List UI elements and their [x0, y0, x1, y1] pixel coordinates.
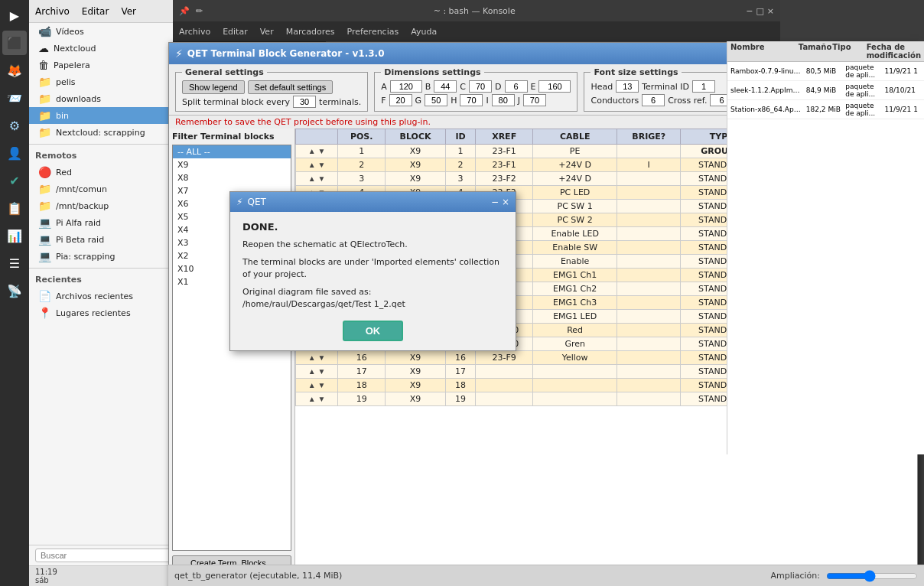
- konsole-minimize-btn[interactable]: −: [746, 6, 753, 16]
- split-value-input[interactable]: [293, 96, 316, 108]
- id-cell: 18: [445, 379, 475, 392]
- konsole-menu-editar[interactable]: Editar: [223, 27, 248, 37]
- move-up-btn[interactable]: ▲: [307, 353, 317, 362]
- konsole-menu-ayuda[interactable]: Ayuda: [411, 27, 437, 37]
- sidebar-item-videos[interactable]: 📹 Vídeos: [29, 23, 188, 40]
- move-cell[interactable]: ▲ ▼: [296, 351, 338, 365]
- move-down-btn[interactable]: ▼: [317, 367, 327, 376]
- move-down-btn[interactable]: ▼: [317, 381, 327, 389]
- move-cell[interactable]: ▲ ▼: [296, 379, 338, 392]
- filter-list-item[interactable]: X9: [173, 158, 291, 171]
- move-cell[interactable]: ▲ ▼: [296, 172, 338, 186]
- move-up-btn[interactable]: ▲: [307, 147, 317, 155]
- move-up-btn[interactable]: ▲: [307, 161, 317, 169]
- id-cell: 19: [445, 392, 475, 406]
- sidebar-item-lugares[interactable]: 📍 Lugares recientes: [29, 304, 188, 321]
- search-input[interactable]: [35, 549, 182, 562]
- conductors-input[interactable]: [642, 94, 665, 106]
- dim-a-input[interactable]: [390, 80, 422, 93]
- sidebar-item-nextcloud[interactable]: ☁ Nextcloud: [29, 40, 188, 57]
- konsole-maximize-btn[interactable]: □: [756, 6, 763, 16]
- move-up-btn[interactable]: ▲: [307, 395, 317, 403]
- konsole-menu-marcadores[interactable]: Marcadores: [286, 27, 335, 37]
- zoom-slider[interactable]: [826, 570, 918, 582]
- dim-d-input[interactable]: [505, 80, 528, 93]
- list-item[interactable]: sleek-1.1.2.AppImage 84,9 MiB paquete de…: [727, 81, 924, 100]
- head-input[interactable]: [616, 80, 639, 93]
- videos-icon: 📹: [38, 25, 51, 37]
- sidebar-label-pelis: pelis: [56, 77, 76, 87]
- sidebar-item-archivos-recientes[interactable]: 📄 Archivos recientes: [29, 288, 188, 304]
- move-up-btn[interactable]: ▲: [307, 174, 317, 183]
- xref-cell: 23-F2: [476, 172, 533, 186]
- move-down-btn[interactable]: ▼: [317, 353, 327, 362]
- taskbar-item8[interactable]: 📊: [2, 223, 27, 248]
- split-label: Split terminal block every: [182, 97, 290, 107]
- move-cell[interactable]: ▲ ▼: [296, 392, 338, 406]
- list-item[interactable]: Rambox-0.7.9-linux-x86_64.AppImage 80,5 …: [727, 62, 924, 81]
- sidebar-menu-archivo[interactable]: Archivo: [35, 6, 70, 17]
- move-up-btn[interactable]: ▲: [307, 381, 317, 389]
- sidebar-item-papelera[interactable]: 🗑 Papelera: [29, 57, 188, 73]
- brige-cell: [617, 213, 681, 227]
- file-date: 11/9/21 1: [885, 67, 921, 75]
- taskbar-firefox-icon[interactable]: 🦊: [2, 58, 27, 83]
- move-up-btn[interactable]: ▲: [307, 367, 317, 376]
- move-down-btn[interactable]: ▼: [317, 174, 327, 183]
- taskbar-item9[interactable]: ☰: [2, 251, 27, 275]
- filter-list-item[interactable]: -- ALL --: [173, 145, 291, 158]
- cable-cell: Red: [533, 324, 617, 337]
- sidebar-menu-editar[interactable]: Editar: [82, 6, 109, 17]
- move-down-btn[interactable]: ▼: [317, 395, 327, 403]
- taskbar-item5[interactable]: 👤: [2, 141, 27, 165]
- terminal-id-input[interactable]: [692, 80, 715, 93]
- move-cell[interactable]: ▲ ▼: [296, 158, 338, 172]
- dim-c-input[interactable]: [469, 80, 492, 93]
- move-cell[interactable]: ▲ ▼: [296, 145, 338, 158]
- set-default-button[interactable]: Set default settings: [248, 80, 333, 94]
- dim-b-input[interactable]: [434, 80, 457, 93]
- sidebar-item-pi-alfa[interactable]: 💻 Pi Alfa raid: [29, 214, 188, 231]
- filter-list-item[interactable]: X8: [173, 171, 291, 184]
- show-legend-button[interactable]: Show legend: [182, 80, 245, 94]
- list-item[interactable]: Station-x86_64.AppImage 182,2 MiB paquet…: [727, 100, 924, 119]
- move-down-btn[interactable]: ▼: [317, 147, 327, 155]
- cross-ref-label: Cross ref.: [668, 96, 707, 106]
- dialog-minimize-btn[interactable]: −: [491, 197, 499, 207]
- dim-h-input[interactable]: [460, 94, 483, 106]
- sidebar-item-bin[interactable]: 📁 bin: [29, 107, 188, 124]
- sidebar-item-red[interactable]: 🔴 Red: [29, 164, 188, 181]
- sidebar-item-downloads[interactable]: 📁 downloads: [29, 90, 188, 107]
- block-cell: X9: [386, 365, 446, 379]
- taskbar-item6[interactable]: ✔: [2, 168, 27, 193]
- dialog-close-btn[interactable]: ×: [502, 197, 509, 207]
- taskbar-item4[interactable]: ⚙: [2, 113, 27, 138]
- head-label: Head: [591, 82, 613, 92]
- move-cell[interactable]: ▲ ▼: [296, 365, 338, 379]
- dim-i-input[interactable]: [492, 94, 515, 106]
- recent-section-label: Recientes: [29, 272, 188, 288]
- konsole-menu-ver[interactable]: Ver: [260, 27, 274, 37]
- dim-e-input[interactable]: [538, 80, 571, 93]
- sidebar-item-backup[interactable]: 📁 /mnt/backup: [29, 197, 188, 214]
- sidebar-item-pelis[interactable]: 📁 pelis: [29, 73, 188, 90]
- dim-f-input[interactable]: [389, 94, 412, 106]
- taskbar-item10[interactable]: 📡: [2, 278, 27, 303]
- sidebar-item-pi-beta[interactable]: 💻 Pi Beta raid: [29, 231, 188, 248]
- dim-g-input[interactable]: [425, 94, 447, 106]
- taskbar-item3[interactable]: 📨: [2, 86, 27, 110]
- move-down-btn[interactable]: ▼: [317, 161, 327, 169]
- konsole-close-btn[interactable]: ×: [767, 6, 774, 16]
- pos-cell: 17: [338, 365, 386, 379]
- sidebar-menu-ver[interactable]: Ver: [121, 6, 136, 17]
- sidebar-item-comun[interactable]: 📁 /mnt/comun: [29, 181, 188, 197]
- konsole-menu-preferencias[interactable]: Preferencias: [346, 27, 399, 37]
- taskbar-terminal-icon[interactable]: ⬛: [2, 31, 27, 55]
- taskbar-arrow-icon[interactable]: ▶: [2, 3, 27, 28]
- dialog-ok-button[interactable]: OK: [343, 321, 404, 341]
- sidebar-item-pia[interactable]: 💻 Pia: scrapping: [29, 248, 188, 265]
- sidebar-item-nextcloud-scrapping[interactable]: 📁 Nextcloud: scrapping: [29, 124, 188, 141]
- dim-j-input[interactable]: [523, 94, 546, 106]
- taskbar-item7[interactable]: 📋: [2, 196, 27, 220]
- konsole-menu-archivo[interactable]: Archivo: [179, 27, 210, 37]
